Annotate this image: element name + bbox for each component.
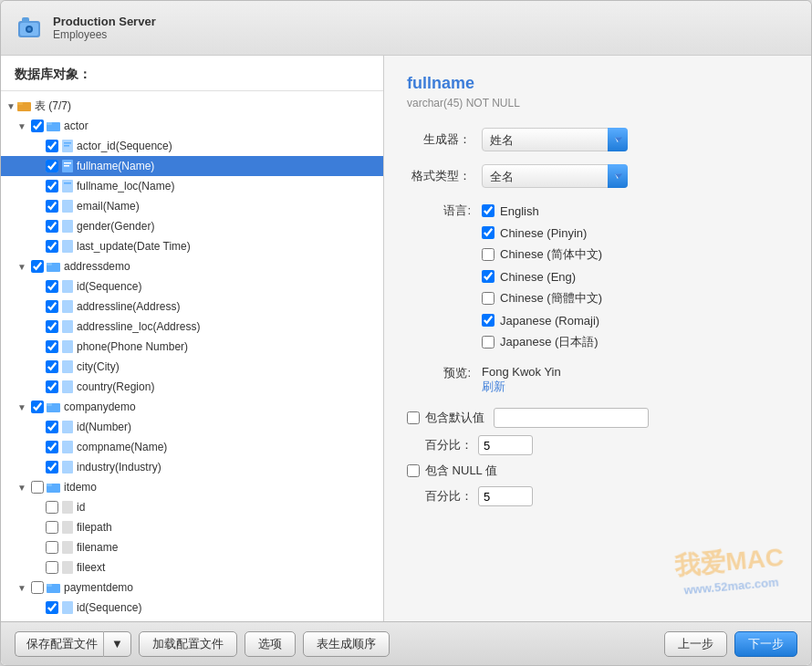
- field-title: fullname: [407, 74, 788, 93]
- language-row-english: 语言: English: [407, 201, 788, 221]
- tree-table-paymentdemo[interactable]: ▼ paymentdemo: [1, 578, 383, 598]
- checkbox-include-null[interactable]: [407, 464, 420, 477]
- tree-field-comp-compname[interactable]: compname(Name): [1, 437, 383, 457]
- tree-field-comp-industry[interactable]: industry(Industry): [1, 457, 383, 477]
- checkbox-it-fileext[interactable]: [46, 561, 58, 574]
- tree-field-addr-id[interactable]: id(Sequence): [1, 276, 383, 297]
- tree-field-actor-fullname[interactable]: fullname(Name): [1, 156, 383, 176]
- tree-field-pay-id[interactable]: id(Sequence): [1, 598, 383, 618]
- checkbox-addressdemo[interactable]: [31, 260, 44, 273]
- checkbox-comp-industry[interactable]: [46, 461, 58, 473]
- right-panel: fullname varchar(45) NOT NULL 生成器： 姓名 格式…: [384, 56, 811, 621]
- next-button[interactable]: 下一步: [734, 631, 797, 657]
- save-config-button[interactable]: 保存配置文件: [15, 631, 103, 657]
- format-select[interactable]: 全名: [482, 164, 628, 188]
- titlebar: Production Server Employees: [1, 1, 811, 56]
- checkbox-addr-addressline-loc[interactable]: [46, 320, 58, 333]
- checkbox-companydemo[interactable]: [31, 401, 44, 413]
- checkbox-chinese-eng[interactable]: [482, 270, 494, 283]
- checkbox-include-default[interactable]: [407, 411, 420, 424]
- default-value-input[interactable]: [494, 408, 649, 428]
- tree-container[interactable]: ▼ 表 (7/7) ▼ actor: [1, 91, 383, 621]
- tree-root[interactable]: ▼ 表 (7/7): [1, 96, 383, 116]
- tree-arrow-companydemo[interactable]: ▼: [16, 401, 28, 413]
- field-comp-compname-label: compname(Name): [77, 441, 167, 453]
- svg-rect-31: [62, 441, 73, 453]
- tree-field-actor-gender[interactable]: gender(Gender): [1, 216, 383, 236]
- save-config-dropdown-button[interactable]: ▼: [103, 631, 131, 657]
- checkbox-japanese-romaji[interactable]: [482, 314, 494, 327]
- tree-field-it-id[interactable]: id: [1, 497, 383, 517]
- language-row-chinese-simplified: Chinese (简体中文): [407, 245, 788, 265]
- checkbox-addr-city[interactable]: [46, 360, 58, 373]
- refresh-button[interactable]: 刷新: [482, 380, 505, 393]
- prev-button[interactable]: 上一步: [664, 631, 727, 657]
- svg-rect-26: [62, 360, 73, 373]
- include-null-row: 包含 NULL 值: [407, 463, 788, 479]
- checkbox-chinese-simplified[interactable]: [482, 248, 494, 261]
- checkbox-paymentdemo[interactable]: [31, 581, 44, 594]
- tree-field-actor-id[interactable]: actor_id(Sequence): [1, 136, 383, 156]
- checkbox-addr-addressline[interactable]: [46, 300, 58, 313]
- checkbox-actor-fullname-loc[interactable]: [46, 180, 58, 193]
- include-default-row: 包含默认值: [407, 408, 788, 428]
- checkbox-comp-id[interactable]: [46, 421, 58, 433]
- tree-table-actor[interactable]: ▼ actor: [1, 116, 383, 136]
- checkbox-actor-fullname[interactable]: [46, 160, 58, 172]
- language-label: 语言:: [407, 203, 471, 219]
- tree-field-addr-country[interactable]: country(Region): [1, 377, 383, 397]
- tree-field-actor-fullname-loc[interactable]: fullname_loc(Name): [1, 176, 383, 196]
- checkbox-actor-lastupdate[interactable]: [46, 240, 58, 253]
- load-config-label: 加载配置文件: [152, 636, 224, 652]
- tree-field-it-filepath[interactable]: filepath: [1, 517, 383, 537]
- checkbox-english[interactable]: [482, 204, 494, 217]
- checkbox-addr-id[interactable]: [46, 280, 58, 293]
- checkbox-it-filename[interactable]: [46, 541, 58, 554]
- next-label: 下一步: [748, 636, 784, 652]
- checkbox-it-id[interactable]: [46, 501, 58, 514]
- preview-label: 预览:: [407, 365, 471, 381]
- tree-arrow-paymentdemo[interactable]: ▼: [16, 581, 28, 594]
- tree-table-itdemo[interactable]: ▼ itdemo: [1, 477, 383, 497]
- tree-field-addr-phone[interactable]: phone(Phone Number): [1, 337, 383, 357]
- tree-arrow-actor[interactable]: ▼: [16, 120, 28, 132]
- tree-arrow-addressdemo[interactable]: ▼: [16, 260, 28, 273]
- tree-field-comp-id[interactable]: id(Number): [1, 417, 383, 437]
- tree-field-addr-addressline-loc[interactable]: addressline_loc(Address): [1, 317, 383, 337]
- tree-field-addr-city[interactable]: city(City): [1, 357, 383, 377]
- svg-rect-23: [62, 300, 73, 313]
- checkbox-addr-country[interactable]: [46, 380, 58, 393]
- checkbox-addr-phone[interactable]: [46, 340, 58, 353]
- language-row-japanese-romaji: Japanese (Romaji): [407, 310, 788, 330]
- tree-field-addr-addressline[interactable]: addressline(Address): [1, 297, 383, 317]
- checkbox-japanese[interactable]: [482, 336, 494, 349]
- checkbox-chinese-traditional[interactable]: [482, 292, 494, 305]
- tree-table-itdemo-label: itdemo: [64, 481, 97, 494]
- tree-table-addressdemo[interactable]: ▼ addressdemo: [1, 256, 383, 276]
- checkbox-actor-gender[interactable]: [46, 220, 58, 233]
- checkbox-actor[interactable]: [31, 120, 44, 132]
- generate-order-button[interactable]: 表生成顺序: [303, 631, 390, 657]
- checkbox-actor-email[interactable]: [46, 200, 58, 213]
- tree-field-actor-lastupdate[interactable]: last_update(Date Time): [1, 236, 383, 256]
- generator-select[interactable]: 姓名: [482, 128, 628, 151]
- checkbox-chinese-pinyin[interactable]: [482, 226, 494, 239]
- load-config-button[interactable]: 加载配置文件: [139, 631, 237, 657]
- checkbox-pay-id[interactable]: [46, 601, 58, 614]
- tree-field-it-filename[interactable]: filename: [1, 537, 383, 557]
- pct2-input[interactable]: 5: [478, 486, 533, 506]
- options-button[interactable]: 选项: [245, 631, 296, 657]
- checkbox-comp-compname[interactable]: [46, 441, 58, 453]
- tree-arrow-root[interactable]: ▼: [5, 99, 17, 112]
- pct1-input[interactable]: 5: [478, 435, 533, 455]
- tree-field-it-fileext[interactable]: fileext: [1, 557, 383, 578]
- preview-row: 预览: Fong Kwok Yin 刷新: [407, 365, 788, 395]
- checkbox-itdemo[interactable]: [31, 481, 44, 494]
- field-actor-email-label: email(Name): [77, 200, 140, 213]
- tree-table-companydemo[interactable]: ▼ companydemo: [1, 397, 383, 417]
- tree-field-actor-email[interactable]: email(Name): [1, 196, 383, 216]
- file-icon-addr-city: [61, 360, 74, 373]
- checkbox-it-filepath[interactable]: [46, 521, 58, 534]
- checkbox-actor-id[interactable]: [46, 140, 58, 152]
- tree-arrow-itdemo[interactable]: ▼: [16, 481, 28, 494]
